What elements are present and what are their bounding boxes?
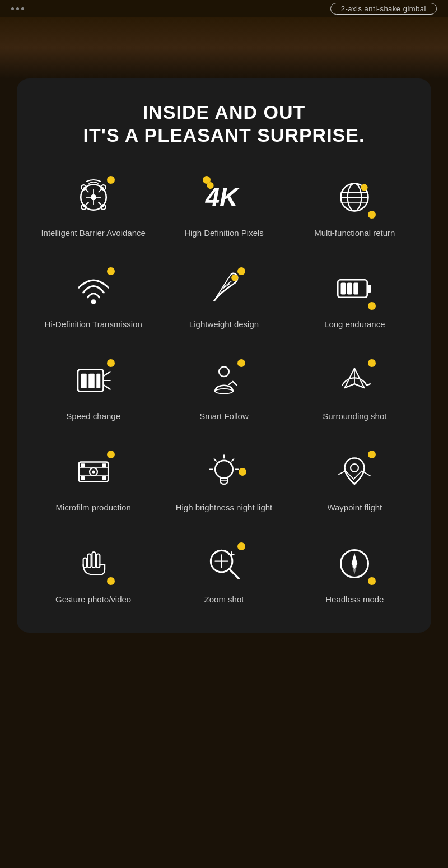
card-title: INSIDE AND OUT IT'S A PLEASANT SURPRISE. xyxy=(28,101,420,147)
zoom-shot-icon xyxy=(202,541,246,586)
surrounding-shot-dot xyxy=(368,359,376,367)
svg-rect-26 xyxy=(354,283,359,295)
lightweight-design-icon xyxy=(202,266,246,311)
microfilm-production-label: Microfilm production xyxy=(56,502,131,513)
high-definition-pixels-icon: 4K xyxy=(202,175,246,220)
feature-smart-follow: Smart Follow xyxy=(158,358,289,422)
gesture-photo-video-dot xyxy=(107,577,115,585)
high-brightness-night-light-label: High brightness night light xyxy=(176,502,273,513)
gesture-photo-video-label: Gesture photo/video xyxy=(55,594,131,605)
svg-rect-53 xyxy=(92,552,95,568)
svg-line-47 xyxy=(232,459,234,461)
headless-mode-dot xyxy=(368,577,376,585)
speed-change-dot xyxy=(107,359,115,367)
zoom-shot-label: Zoom shot xyxy=(204,594,244,605)
svg-point-51 xyxy=(351,464,358,472)
hi-definition-transmission-label: Hi-Definition Transmission xyxy=(45,319,142,330)
feature-multi-functional-return: Multi-functional return xyxy=(290,175,420,239)
multi-functional-return-dot xyxy=(368,211,376,219)
feature-headless-mode: Headless mode xyxy=(290,541,420,605)
background-image xyxy=(0,17,448,78)
feature-hi-definition-transmission: Hi-Definition Transmission xyxy=(28,266,158,330)
svg-line-48 xyxy=(214,459,216,461)
smart-follow-label: Smart Follow xyxy=(199,411,249,422)
gimbal-badge: 2-axis anti-shake gimbal xyxy=(330,3,437,15)
surrounding-shot-icon xyxy=(332,358,377,403)
feature-waypoint-flight: Waypoint flight xyxy=(290,449,420,513)
features-grid: Intelligent Barrier Avoidance 4K High De… xyxy=(28,175,420,605)
svg-point-43 xyxy=(92,470,95,473)
svg-rect-28 xyxy=(81,373,87,388)
feature-gesture-photo-video: Gesture photo/video xyxy=(28,541,158,605)
svg-rect-38 xyxy=(81,463,85,467)
feature-high-definition-pixels: 4K High Definition Pixels xyxy=(158,175,289,239)
svg-line-57 xyxy=(230,569,239,578)
main-card: INSIDE AND OUT IT'S A PLEASANT SURPRISE.… xyxy=(17,78,431,633)
intelligent-barrier-icon xyxy=(71,175,116,220)
waypoint-flight-label: Waypoint flight xyxy=(327,502,382,513)
svg-rect-52 xyxy=(87,554,91,568)
waypoint-flight-dot xyxy=(368,451,376,458)
svg-point-20 xyxy=(91,299,96,304)
feature-microfilm-production: Microfilm production xyxy=(28,449,158,513)
feature-intelligent-barrier: Intelligent Barrier Avoidance xyxy=(28,175,158,239)
svg-rect-41 xyxy=(102,476,106,480)
feature-speed-change: Speed change xyxy=(28,358,158,422)
microfilm-production-icon xyxy=(71,449,116,494)
microfilm-production-dot xyxy=(107,451,115,458)
feature-high-brightness-night-light: High brightness night light xyxy=(158,449,289,513)
svg-point-21 xyxy=(231,275,238,281)
headless-mode-label: Headless mode xyxy=(325,594,384,605)
smart-follow-icon xyxy=(202,358,246,403)
lightweight-design-dot xyxy=(237,267,245,275)
speed-change-icon xyxy=(71,358,116,403)
svg-rect-23 xyxy=(367,285,371,293)
smart-follow-dot xyxy=(237,359,245,367)
high-definition-pixels-dot xyxy=(203,176,211,184)
gesture-photo-video-icon xyxy=(71,541,116,586)
speed-change-label: Speed change xyxy=(66,411,120,422)
top-bar: 2-axis anti-shake gimbal xyxy=(0,0,448,17)
svg-rect-54 xyxy=(96,554,100,568)
intelligent-barrier-dot xyxy=(107,176,115,184)
svg-point-44 xyxy=(215,461,233,479)
feature-lightweight-design: Lightweight design xyxy=(158,266,289,330)
intelligent-barrier-label: Intelligent Barrier Avoidance xyxy=(41,228,146,239)
svg-rect-25 xyxy=(347,283,352,295)
multi-functional-return-label: Multi-functional return xyxy=(314,228,395,239)
svg-point-32 xyxy=(215,388,233,393)
multi-functional-return-icon xyxy=(332,175,377,220)
feature-surrounding-shot: Surrounding shot xyxy=(290,358,420,422)
hi-definition-transmission-dot xyxy=(107,267,115,275)
svg-rect-24 xyxy=(341,283,346,295)
svg-point-19 xyxy=(361,184,368,191)
long-endurance-dot xyxy=(368,302,376,310)
svg-rect-30 xyxy=(96,373,100,388)
zoom-shot-dot xyxy=(237,542,245,550)
svg-marker-63 xyxy=(352,553,358,569)
feature-zoom-shot: Zoom shot xyxy=(158,541,289,605)
top-dots xyxy=(11,7,24,10)
svg-rect-39 xyxy=(102,463,106,467)
waypoint-flight-icon xyxy=(332,449,377,494)
feature-long-endurance: Long endurance xyxy=(290,266,420,330)
svg-rect-40 xyxy=(81,476,85,480)
hi-definition-transmission-icon xyxy=(71,266,116,311)
lightweight-design-label: Lightweight design xyxy=(189,319,259,330)
high-brightness-night-light-icon xyxy=(202,449,246,494)
high-definition-pixels-label: High Definition Pixels xyxy=(184,228,264,239)
svg-rect-29 xyxy=(88,373,95,388)
long-endurance-icon xyxy=(332,266,377,311)
long-endurance-label: Long endurance xyxy=(324,319,385,330)
headless-mode-icon xyxy=(332,541,377,586)
svg-point-31 xyxy=(219,366,229,377)
surrounding-shot-label: Surrounding shot xyxy=(323,411,386,422)
high-brightness-night-light-dot xyxy=(239,468,246,476)
